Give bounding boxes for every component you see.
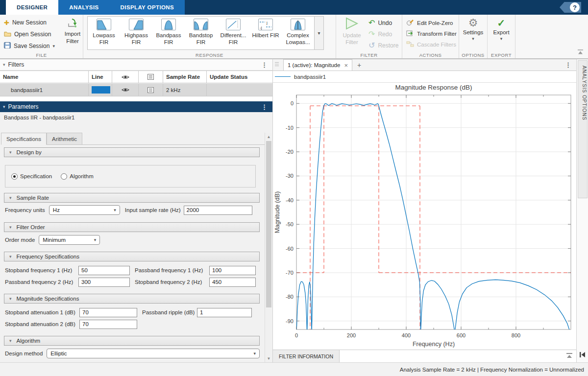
lowpass-fir-button[interactable]: LowpassFIR — [88, 17, 120, 49]
open-session-button[interactable]: Open Session — [0, 28, 55, 40]
status-bar: Analysis Sample Rate = 2 kHz | Frequency… — [0, 362, 588, 376]
import-filter-button[interactable]: Import Filter — [62, 19, 83, 45]
passband-ripple-label: Passband ripple (dB) — [142, 309, 197, 315]
undo-button[interactable]: ↶ Undo — [368, 17, 398, 28]
frequency-specifications-header[interactable]: ▾ Frequency Specifications — [4, 252, 260, 261]
design-method-dropdown[interactable]: Elliptic ▾ — [47, 349, 260, 358]
column-line: Line — [89, 71, 112, 83]
filters-panel-header[interactable]: ▾ Filters ⋮ — [0, 59, 272, 70]
radio-specification[interactable]: Specification — [11, 173, 52, 180]
help-icon[interactable]: ? — [560, 2, 581, 13]
save-session-button[interactable]: Save Session ▾ — [0, 40, 55, 52]
svg-text:-60: -60 — [286, 246, 294, 252]
sample-rate-header[interactable]: ▾ Sample Rate — [4, 193, 260, 203]
filter-information-tab[interactable]: FILTER INFORMATION — [273, 350, 340, 362]
restore-button[interactable]: ↺ Restore — [368, 40, 398, 51]
differentiator-fir-button[interactable]: Different...FIR — [217, 17, 249, 49]
line-color-cell[interactable] — [89, 84, 112, 96]
design-by-header[interactable]: ▾ Design by — [4, 147, 260, 157]
tab-display-options[interactable]: DISPLAY OPTIONS — [110, 0, 185, 15]
filter-table-row[interactable]: bandpassiir1 2 kHz — [0, 84, 272, 96]
magnitude-specifications-header[interactable]: ▾ Magnitude Specifications — [4, 294, 260, 304]
ribbon-group-response: LowpassFIR HighpassFIR BandpassFIR Bands… — [83, 15, 336, 58]
filter-order-header[interactable]: ▾ Filter Order — [4, 222, 260, 232]
help-question-glyph: ? — [570, 2, 580, 12]
redo-button[interactable]: ↷ Redo — [368, 28, 398, 40]
passband-ripple-field[interactable] — [197, 308, 252, 317]
hilbert-fir-button[interactable]: j-j Hilbert FIR — [249, 17, 282, 49]
tab-designer[interactable]: DESIGNER — [6, 0, 58, 15]
stopband-atten1-field[interactable] — [79, 308, 137, 317]
stopband-freq2-field[interactable] — [209, 278, 256, 287]
tab-specifications[interactable]: Specifications — [1, 133, 47, 145]
bandstop-fir-button[interactable]: BandstopFIR — [185, 17, 217, 49]
parameters-scrollbar[interactable]: ▲ ▼ — [265, 133, 272, 362]
transform-filter-icon — [406, 30, 414, 38]
analysis-options-tab[interactable]: ANALYSIS OPTIONS — [578, 60, 588, 198]
column-visibility eye-icon — [112, 71, 139, 83]
settings-button[interactable]: ⚙ Settings ▾ — [459, 18, 487, 41]
chevron-down-icon: ▾ — [253, 351, 256, 356]
tab-arithmetic[interactable]: Arithmetic — [47, 133, 82, 144]
line-color-swatch[interactable] — [92, 86, 110, 94]
collapse-icon: ▾ — [9, 195, 12, 200]
column-update-status: Update Status — [207, 71, 272, 83]
floppy-icon — [4, 42, 11, 50]
filter-info-button list-icon[interactable] — [139, 84, 163, 96]
parameters-menu-icon[interactable]: ⋮ — [261, 103, 272, 111]
passband-freq1-field[interactable] — [209, 266, 256, 275]
ribbon-group-filter: Update Filter ↶ Undo ↷ Redo ↺ Restore FI… — [336, 15, 402, 58]
complex-lowpass-button[interactable]: ComplexLowpas... — [282, 17, 314, 49]
new-session-button[interactable]: ✚ New Session — [0, 17, 55, 28]
magnitude-plot-tab[interactable]: 1 (active): Magnitude × — [283, 59, 352, 70]
export-button[interactable]: ✓ Export ▾ — [488, 18, 515, 41]
tab-analysis[interactable]: ANALYSIS — [58, 0, 109, 15]
svg-text:-50: -50 — [286, 221, 294, 227]
response-section-label: RESPONSE — [83, 52, 336, 58]
collapse-strip-icon[interactable] — [579, 352, 586, 359]
scroll-down-icon[interactable]: ▼ — [265, 354, 272, 362]
ribbon: ✚ New Session Open Session Save Session … — [0, 15, 588, 59]
plot-menu-icon[interactable]: ⋮ — [565, 61, 576, 69]
filter-update-status — [207, 84, 272, 96]
cascade-filters-button[interactable]: Cascade Filters — [402, 39, 459, 50]
close-icon[interactable]: × — [344, 62, 348, 69]
filters-menu-icon[interactable]: ⋮ — [261, 61, 272, 69]
transform-filter-button[interactable]: Transform Filter — [402, 28, 459, 39]
passband-freq1-label: Passband frequency 1 (Hz) — [135, 267, 209, 273]
visibility-toggle eye-icon[interactable] — [112, 84, 139, 96]
passband-freq2-field[interactable] — [78, 278, 130, 287]
stopband-freq1-field[interactable] — [78, 266, 130, 275]
bandpass-fir-button[interactable]: BandpassFIR — [152, 17, 185, 49]
parameters-panel-header[interactable]: ▾ Parameters ⋮ — [0, 101, 272, 112]
expand-panel-up-icon[interactable] — [565, 352, 573, 360]
scrollbar-thumb[interactable] — [266, 141, 271, 307]
edit-pole-zero-button[interactable]: Edit Pole-Zero — [402, 18, 459, 28]
panel-handle-icon[interactable] — [274, 61, 279, 69]
order-mode-dropdown[interactable]: Minimum ▾ — [39, 235, 100, 245]
algorithm-header[interactable]: ▾ Algorithm — [4, 336, 260, 346]
collapse-icon: ▾ — [9, 225, 12, 230]
svg-text:800: 800 — [512, 332, 520, 338]
radio-algorithm[interactable]: Algorithm — [61, 173, 94, 180]
scroll-up-icon[interactable]: ▲ — [265, 133, 272, 141]
settings-caret-icon: ▾ — [472, 36, 474, 41]
file-section-label: FILE — [0, 52, 83, 58]
response-gallery-expand-button[interactable]: ▾ — [314, 17, 323, 49]
filters-table-header: Name Line Sample Rate Update Status — [0, 70, 272, 83]
highpass-fir-button[interactable]: HighpassFIR — [120, 17, 152, 49]
frequency-units-dropdown[interactable]: Hz ▾ — [49, 205, 120, 215]
update-filter-button[interactable]: Update Filter — [338, 17, 366, 46]
save-session-caret-icon[interactable]: ▾ — [52, 44, 55, 48]
input-sample-rate-label: Input sample rate (Hz) — [125, 207, 181, 213]
svg-text:Frequency (Hz): Frequency (Hz) — [413, 341, 455, 348]
stopband-atten2-label: Stopband attenuation 2 (dB) — [5, 321, 79, 327]
analysis-options-strip: ANALYSIS OPTIONS — [576, 59, 588, 362]
filter-name: bandpassiir1 — [0, 84, 89, 96]
input-sample-rate-field[interactable] — [184, 206, 252, 215]
sample-rate-row: Frequency units Hz ▾ Input sample rate (… — [5, 204, 260, 216]
add-plot-tab-button[interactable]: + — [357, 61, 361, 69]
stopband-atten2-field[interactable] — [79, 320, 137, 329]
collapse-ribbon-button[interactable] — [577, 49, 584, 56]
magnitude-plot[interactable]: 02004006008000-10-20-30-40-50-60-70-80-9… — [273, 83, 577, 350]
